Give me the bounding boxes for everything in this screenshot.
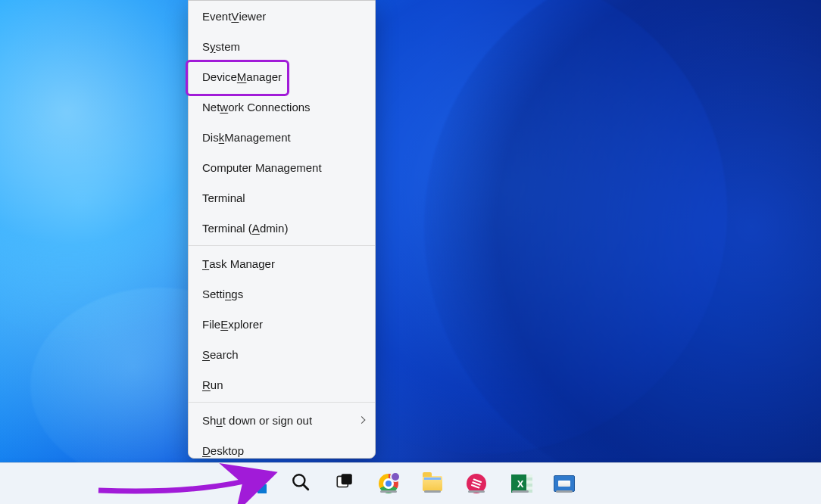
winx-item-system[interactable]: System <box>189 31 375 61</box>
excel-app[interactable]: X <box>510 473 531 494</box>
start-button[interactable] <box>246 473 267 494</box>
wallpaper-decoration <box>424 0 821 499</box>
winx-item-settings[interactable]: Settings <box>189 278 375 309</box>
winx-item-terminal-admin[interactable]: Terminal (Admin) <box>189 213 375 243</box>
winx-item-disk-management[interactable]: Disk Management <box>189 122 375 152</box>
taskbar: X <box>0 462 821 504</box>
winx-separator <box>189 402 375 403</box>
winx-item-computer-management[interactable]: Computer Management <box>189 152 375 182</box>
terminal-app[interactable] <box>554 473 575 494</box>
winx-item-terminal[interactable]: Terminal <box>189 182 375 213</box>
chrome-app[interactable] <box>378 473 399 494</box>
file-explorer-app[interactable] <box>422 473 443 494</box>
winx-item-device-manager[interactable]: Device Manager <box>189 61 375 92</box>
desktop[interactable]: Event ViewerSystemDevice ManagerNetwork … <box>0 0 821 504</box>
task-view-icon <box>335 472 354 495</box>
running-indicator <box>380 490 397 493</box>
winx-item-file-explorer[interactable]: File Explorer <box>189 309 375 339</box>
running-indicator <box>424 490 441 493</box>
winx-item-run[interactable]: Run <box>189 369 375 400</box>
running-indicator <box>468 490 485 493</box>
winx-item-event-viewer[interactable]: Event Viewer <box>189 1 375 31</box>
winx-item-desktop[interactable]: Desktop <box>189 435 375 459</box>
winx-item-search[interactable]: Search <box>189 339 375 369</box>
winx-item-task-manager[interactable]: Task Manager <box>189 248 375 278</box>
search-button[interactable] <box>290 473 311 494</box>
winx-menu: Event ViewerSystemDevice ManagerNetwork … <box>188 0 376 459</box>
search-icon <box>291 472 311 495</box>
running-indicator <box>556 490 573 493</box>
running-indicator <box>512 490 529 493</box>
task-view-button[interactable] <box>334 473 355 494</box>
winx-separator <box>189 245 375 246</box>
winx-item-shutdown[interactable]: Shut down or sign out <box>189 405 375 435</box>
file-explorer-icon <box>423 476 442 491</box>
winx-item-network-connections[interactable]: Network Connections <box>189 92 375 122</box>
windows-logo-icon <box>247 474 267 493</box>
recorder-app[interactable] <box>466 473 487 494</box>
terminal-icon <box>554 475 575 492</box>
svg-rect-3 <box>342 474 352 484</box>
svg-line-1 <box>303 484 308 490</box>
